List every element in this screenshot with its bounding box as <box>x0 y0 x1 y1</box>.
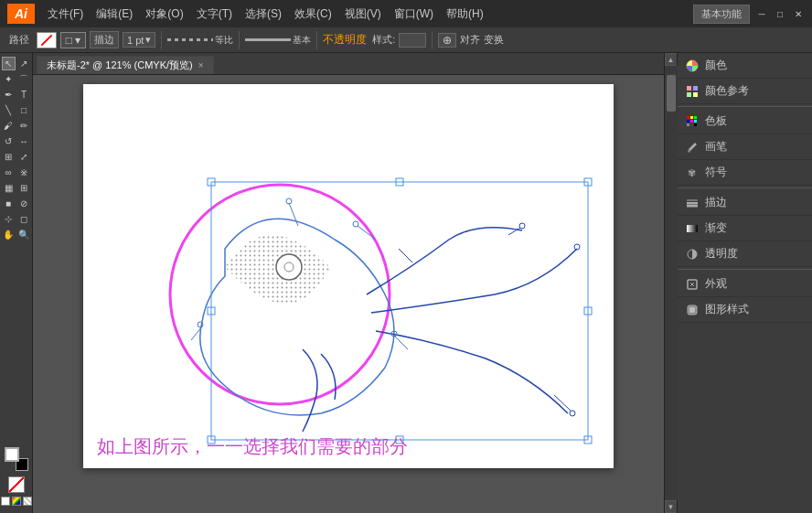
menu-edit[interactable]: 编辑(E) <box>91 5 138 24</box>
stroke-weight[interactable]: 1 pt▾ <box>123 32 155 48</box>
tool-row-8: ∞ ※ <box>2 166 31 179</box>
none-swatch[interactable] <box>8 476 25 493</box>
svg-rect-33 <box>690 116 693 119</box>
gradient-mode-btn[interactable] <box>12 497 21 506</box>
svg-line-14 <box>394 336 408 349</box>
divider3 <box>316 31 317 49</box>
tool-row-6: ↺ ↔ <box>2 134 31 148</box>
appearance-icon <box>685 277 700 292</box>
gradient-tool[interactable]: ■ <box>2 197 16 210</box>
swatch-grid-icon <box>685 114 700 129</box>
menu-effect[interactable]: 效果(C) <box>289 5 337 24</box>
line-tool[interactable]: ╲ <box>2 103 16 117</box>
mesh-tool[interactable]: ⊞ <box>17 181 31 195</box>
panel-brush[interactable]: 画笔 <box>678 134 812 160</box>
workspace-button[interactable]: 基本功能 <box>693 5 750 24</box>
main-layout: ↖ ↗ ✦ ⌒ ✒ T ╲ □ 🖌 ✏ ↺ ↔ ⊞ ⤢ ∞ ※ <box>0 53 812 513</box>
panel-appearance[interactable]: 外观 <box>678 272 812 297</box>
svg-point-7 <box>353 221 358 227</box>
svg-line-4 <box>289 203 298 226</box>
panel-color[interactable]: 颜色 <box>678 53 812 79</box>
stroke-preview[interactable] <box>37 32 57 48</box>
none-mode-btn[interactable] <box>23 497 32 506</box>
svg-rect-36 <box>690 120 693 123</box>
menu-text[interactable]: 文字(T) <box>191 5 238 24</box>
magic-wand-tool[interactable]: ✦ <box>2 72 16 86</box>
stroke-profile: 基本 <box>245 34 311 47</box>
panel-graphic-style[interactable]: 图形样式 <box>678 297 812 323</box>
menu-object[interactable]: 对象(O) <box>140 5 188 24</box>
color-mode-btn[interactable] <box>1 497 10 506</box>
panel-gradient-label: 渐变 <box>705 220 727 236</box>
slice-tool[interactable]: ⊹ <box>2 212 16 226</box>
svg-rect-31 <box>693 92 698 97</box>
rotate-tool[interactable]: ↺ <box>2 134 16 148</box>
panel-stroke[interactable]: 描边 <box>678 190 812 216</box>
reflect-tool[interactable]: ↔ <box>17 134 31 148</box>
style-selector[interactable] <box>399 33 426 48</box>
svg-line-8 <box>399 249 412 262</box>
blend-tool[interactable]: ∞ <box>2 166 16 179</box>
transparency-icon <box>685 247 700 262</box>
menu-file[interactable]: 文件(F) <box>42 5 89 24</box>
minimize-button[interactable]: ─ <box>755 7 768 20</box>
svg-point-12 <box>570 411 575 416</box>
hand-tool[interactable]: ✋ <box>2 228 16 241</box>
vertical-scrollbar[interactable]: ▲ ▼ <box>664 53 677 513</box>
lasso-tool[interactable]: ⌒ <box>17 72 31 86</box>
pencil-tool[interactable]: ✏ <box>17 119 31 133</box>
panel-gradient[interactable]: 渐变 <box>678 216 812 241</box>
scale-tool[interactable]: ⊞ <box>2 150 16 164</box>
eyedropper-tool[interactable]: ⊘ <box>17 197 31 210</box>
menu-help[interactable]: 帮助(H) <box>441 5 489 24</box>
canvas-area: 未标题-2* @ 121% (CMYK/预览) × <box>33 53 664 513</box>
panel-transparency[interactable]: 透明度 <box>678 241 812 267</box>
paintbrush-tool[interactable]: 🖌 <box>2 119 16 133</box>
column-graph-tool[interactable]: ▦ <box>2 181 16 195</box>
tool-row-4: ╲ □ <box>2 103 31 117</box>
menu-window[interactable]: 窗口(W) <box>389 5 439 24</box>
shape-tool[interactable]: □ <box>17 103 31 117</box>
symbol-tool[interactable]: ※ <box>17 166 31 179</box>
scroll-thumb[interactable] <box>667 75 676 112</box>
panel-swatches[interactable]: 色板 <box>678 109 812 134</box>
tool-row-3: ✒ T <box>2 88 31 102</box>
color-swatches <box>1 447 32 509</box>
close-button[interactable]: ✕ <box>792 7 805 20</box>
scroll-down-arrow[interactable]: ▼ <box>665 500 678 513</box>
panel-divider3 <box>678 269 812 270</box>
tab-close-button[interactable]: × <box>198 60 204 70</box>
fill-swatch[interactable] <box>5 447 19 462</box>
panel-color-ref[interactable]: 颜色参考 <box>678 79 812 104</box>
globe-icon-btn[interactable]: ⊕ <box>438 33 456 48</box>
canvas-wrapper: 如上图所示，一一选择我们需要的部分 <box>33 75 664 513</box>
right-panel: 颜色 颜色参考 <box>677 53 812 513</box>
panel-color-label: 颜色 <box>705 58 727 73</box>
window-controls: 基本功能 ─ □ ✕ <box>693 5 805 24</box>
panel-symbol[interactable]: ✾ 符号 <box>678 160 812 186</box>
svg-rect-35 <box>687 120 689 123</box>
zoom-tool[interactable]: 🔍 <box>17 228 31 241</box>
document-tab[interactable]: 未标题-2* @ 121% (CMYK/预览) × <box>37 56 214 74</box>
shape-selector[interactable]: □ ▾ <box>60 32 86 48</box>
transform-label: 变换 <box>484 33 504 47</box>
stroke-type-selector[interactable]: 描边 <box>90 31 119 48</box>
menu-view[interactable]: 视图(V) <box>339 5 387 24</box>
direct-selection-tool[interactable]: ↗ <box>17 57 31 70</box>
scroll-up-arrow[interactable]: ▲ <box>665 53 678 66</box>
type-tool[interactable]: T <box>17 88 31 102</box>
selection-tool[interactable]: ↖ <box>2 57 16 70</box>
pen-tool[interactable]: ✒ <box>2 88 16 102</box>
restore-button[interactable]: □ <box>774 7 786 20</box>
menu-select[interactable]: 选择(S) <box>240 5 287 24</box>
svg-rect-32 <box>687 116 689 119</box>
app-logo: Ai <box>7 4 35 24</box>
warp-tool[interactable]: ⤢ <box>17 150 31 164</box>
svg-rect-26 <box>211 182 588 440</box>
tab-title: 未标题-2* @ 121% (CMYK/预览) <box>47 59 193 72</box>
fill-stroke-swatches[interactable] <box>5 447 28 471</box>
tool-row-7: ⊞ ⤢ <box>2 150 31 164</box>
eraser-tool[interactable]: ◻ <box>17 212 31 226</box>
scroll-track[interactable] <box>665 66 678 500</box>
brush-icon <box>685 140 700 155</box>
